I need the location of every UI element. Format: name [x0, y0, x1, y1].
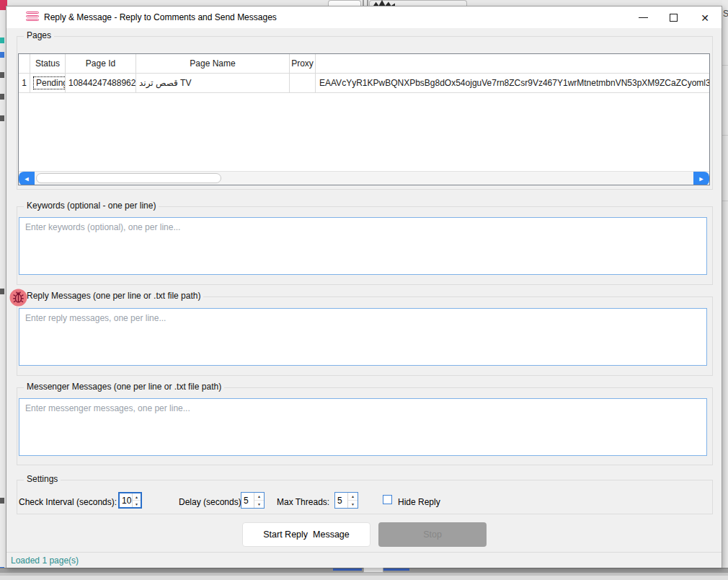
scroll-right-button[interactable]: ► — [693, 172, 709, 185]
spin-down-button[interactable]: ▼ — [348, 501, 358, 508]
column-header-proxy[interactable]: Proxy — [290, 54, 316, 74]
background-text-fragment — [0, 94, 4, 100]
background-line — [722, 65, 728, 66]
scrollbar-thumb[interactable] — [36, 173, 221, 183]
proxy-cell[interactable] — [290, 74, 316, 93]
check-interval-stepper[interactable]: ▲ ▼ — [118, 492, 142, 509]
stepper-buttons: ▲ ▼ — [254, 493, 264, 508]
spin-down-button[interactable]: ▼ — [133, 501, 141, 507]
background-blue-fragment — [0, 52, 4, 58]
scroll-left-icon: ◄ — [24, 175, 30, 183]
maximize-button[interactable] — [662, 9, 685, 26]
stepper-buttons: ▲ ▼ — [132, 493, 141, 507]
background-line — [722, 135, 728, 136]
pages-group-label: Pages — [24, 30, 54, 40]
max-threads-label: Max Threads: — [277, 497, 329, 507]
max-threads-stepper[interactable]: ▲ ▼ — [334, 492, 358, 509]
status-value: Pending — [33, 76, 66, 89]
table-header-row: Status Page Id Page Name Proxy — [19, 54, 709, 74]
pages-table: Status Page Id Page Name Proxy 1 Pending… — [18, 53, 710, 185]
minimize-icon — [639, 17, 648, 19]
background-line — [722, 201, 728, 201]
messenger-messages-group-label: Messenger Messages (one per line or .txt… — [24, 382, 224, 392]
hide-reply-label: Hide Reply — [398, 497, 440, 507]
column-header-page-id[interactable]: Page Id — [66, 54, 136, 74]
max-threads-input[interactable] — [335, 493, 347, 508]
background-blue-dash — [381, 568, 409, 571]
bug-overlay-icon — [9, 289, 27, 307]
maximize-icon — [670, 14, 678, 22]
minimize-button[interactable] — [631, 9, 654, 26]
title-bar: Reply & Message - Reply to Comments and … — [6, 6, 722, 28]
row-number-cell[interactable]: 1 — [19, 74, 30, 93]
spin-up-button[interactable]: ▲ — [348, 493, 358, 501]
background-window-tab — [328, 0, 361, 6]
messenger-messages-input[interactable] — [19, 398, 707, 456]
background-window-edge — [367, 0, 368, 6]
spin-down-button[interactable]: ▼ — [254, 501, 264, 508]
check-interval-label: Check Interval (seconds): — [19, 497, 117, 507]
token-cell[interactable]: EAAVcYyR1KPwBQNXPbsBg8dOx54ojguVe7rn8ZCs… — [316, 74, 709, 93]
status-cell[interactable]: Pending — [30, 74, 66, 93]
keywords-input[interactable] — [19, 217, 707, 275]
background-teal-fragment — [0, 38, 4, 43]
column-header-token[interactable] — [316, 54, 709, 74]
background-left-window-edge — [0, 0, 6, 570]
background-band — [0, 576, 728, 580]
check-interval-input[interactable] — [120, 493, 132, 507]
table-row: 1 Pending 108442474889622 قصص ترند TV EA… — [19, 74, 709, 93]
spin-up-button[interactable]: ▲ — [133, 493, 141, 501]
app-window: Reply & Message - Reply to Comments and … — [6, 6, 722, 568]
scroll-right-icon: ► — [698, 175, 705, 183]
close-button[interactable]: ✕ — [693, 9, 716, 26]
background-text-fragment — [0, 289, 4, 294]
horizontal-scrollbar[interactable]: ◄ ► — [19, 171, 709, 185]
delay-label: Delay (seconds): — [179, 497, 244, 507]
background-text-fragment — [0, 498, 4, 504]
hide-reply-checkbox[interactable] — [383, 495, 392, 504]
settings-group-label: Settings — [24, 474, 61, 484]
scroll-left-button[interactable]: ◄ — [19, 172, 35, 185]
background-text-fragment — [0, 72, 4, 78]
start-reply-message-button[interactable]: Start Reply Message — [242, 522, 370, 547]
app-logo-icon — [26, 12, 39, 24]
background-blue-dash — [333, 568, 362, 571]
background-letter-fragment: S — [723, 9, 728, 19]
background-window-edge — [363, 0, 364, 6]
reply-messages-group-label: Reply Messages (one per line or .txt fil… — [24, 291, 203, 301]
background-text-fragment — [0, 115, 4, 121]
status-bar: Loaded 1 page(s) — [6, 552, 722, 568]
column-header-status[interactable]: Status — [30, 54, 66, 74]
reply-messages-input[interactable] — [19, 308, 707, 366]
column-header-rownum[interactable] — [19, 54, 30, 74]
column-header-page-name[interactable]: Page Name — [136, 54, 290, 74]
keywords-group-label: Keywords (optional - one per line) — [24, 201, 159, 211]
spin-up-button[interactable]: ▲ — [254, 493, 264, 501]
page-name-cell[interactable]: قصص ترند TV — [136, 74, 290, 93]
page-id-cell[interactable]: 108442474889622 — [66, 74, 136, 93]
stepper-buttons: ▲ ▼ — [347, 493, 358, 508]
background-right-window-edge — [722, 0, 728, 570]
stop-button[interactable]: Stop — [378, 522, 487, 547]
window-title: Reply & Message - Reply to Comments and … — [44, 12, 277, 22]
status-text: Loaded 1 page(s) — [11, 555, 79, 566]
delay-stepper[interactable]: ▲ ▼ — [241, 492, 265, 509]
close-icon: ✕ — [701, 13, 709, 23]
delay-input[interactable] — [241, 493, 254, 508]
